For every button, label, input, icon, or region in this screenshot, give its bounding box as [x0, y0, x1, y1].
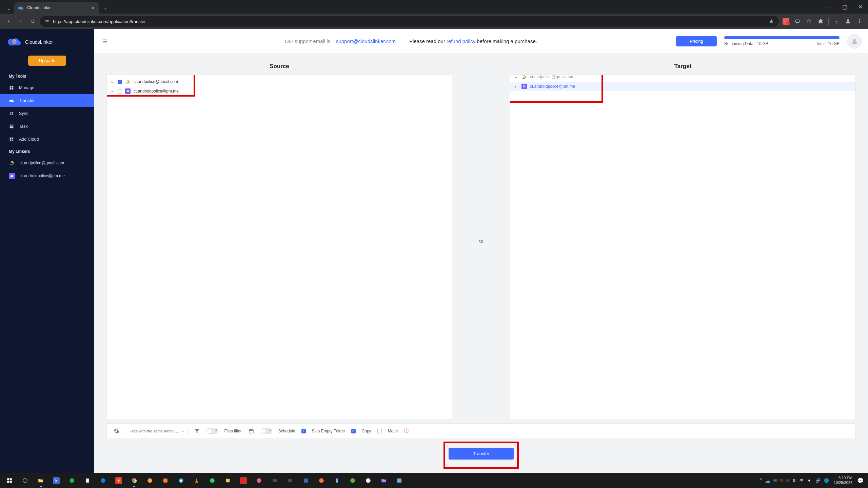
tab-search-dropdown[interactable]: [5, 5, 13, 14]
tray-cloud-icon[interactable]: ☁: [765, 477, 770, 484]
taskbar-app-firefox[interactable]: [314, 474, 329, 487]
nav-add-cloud-label: Add Cloud: [19, 137, 39, 142]
options-bar: Files with the same name. ... off Files …: [106, 423, 856, 439]
samename-select[interactable]: Files with the same name. ...: [126, 427, 188, 435]
taskbar-app-2[interactable]: ⚡: [111, 474, 126, 487]
nav-add-cloud[interactable]: Add Cloud: [0, 133, 94, 146]
svg-rect-27: [336, 479, 338, 483]
taskbar-app-11[interactable]: [330, 474, 344, 487]
taskbar-app-7[interactable]: [252, 474, 267, 487]
kebab-menu-icon[interactable]: [854, 16, 865, 26]
caret-icon[interactable]: ▸: [515, 85, 518, 88]
reload-button[interactable]: [28, 16, 38, 26]
tray-lang-icon[interactable]: 🌐: [824, 478, 829, 483]
taskbar-app-1[interactable]: k: [49, 474, 64, 487]
tray-wifi-icon[interactable]: [799, 478, 804, 483]
gdrive-icon: [9, 160, 15, 166]
transfer-button[interactable]: Transfer: [449, 448, 514, 460]
pricing-button[interactable]: Pricing: [676, 36, 717, 46]
files-filter-toggle[interactable]: off: [206, 428, 218, 434]
taskbar-clock[interactable]: 5:19 PM 10/28/2024: [832, 476, 854, 485]
source-row-label: ct.andpolice@gmail.com: [134, 79, 178, 84]
browser-titlebar: CloudsLinker ✕ ＋ — ▢ ✕: [0, 0, 868, 14]
taskbar-app-6[interactable]: [236, 474, 251, 487]
nav-task[interactable]: Task: [0, 120, 94, 133]
taskbar-app-chrome[interactable]: [127, 474, 142, 487]
taskbar-app-10[interactable]: [298, 474, 313, 487]
extension-badge[interactable]: [781, 16, 791, 26]
skip-empty-checkbox[interactable]: [301, 429, 306, 433]
schedule-toggle[interactable]: off: [261, 428, 272, 434]
move-checkbox[interactable]: [377, 429, 382, 433]
sidebar-toggle-icon[interactable]: [100, 37, 109, 46]
tray-link-icon[interactable]: 🔗: [815, 478, 821, 483]
forward-button[interactable]: [16, 16, 26, 26]
svg-rect-9: [249, 429, 253, 433]
tray-chevron-up-icon[interactable]: ˄: [760, 477, 762, 484]
info-warning-icon[interactable]: ⓘ: [404, 428, 409, 434]
settings-gear-icon[interactable]: [113, 428, 120, 434]
refund-policy-link[interactable]: refund policy: [447, 38, 475, 44]
taskbar-app-8[interactable]: [267, 474, 282, 487]
bookmark-star-icon[interactable]: [769, 19, 774, 24]
taskbar-app-4[interactable]: [158, 474, 173, 487]
brand[interactable]: CloudsLinker: [0, 29, 94, 54]
extensions-puzzle-icon[interactable]: [815, 16, 826, 26]
target-tree-row-gdrive[interactable]: ▸ ct.andpolice@gmail.com: [510, 75, 855, 82]
taskbar-app-cortana[interactable]: [18, 474, 33, 487]
taskbar-app-3[interactable]: [142, 474, 157, 487]
user-avatar[interactable]: [847, 34, 862, 49]
tray-icon-1[interactable]: ⇅: [792, 478, 796, 483]
taskbar-app-whatsapp[interactable]: [205, 474, 220, 487]
task-icon: [9, 124, 14, 129]
caret-icon[interactable]: ▸: [112, 80, 115, 84]
taskbar-app-vlc[interactable]: [189, 474, 204, 487]
taskbar-app-15[interactable]: [392, 474, 407, 487]
source-tree-row-proton[interactable]: ▸ ct.androidpolice@pm.me: [107, 86, 452, 96]
back-button[interactable]: [3, 16, 14, 26]
nav-sync[interactable]: Sync: [0, 107, 94, 120]
tab-close-icon[interactable]: ✕: [91, 5, 95, 11]
taskbar-app-notepad[interactable]: [80, 474, 95, 487]
linker-proton[interactable]: ct.androidpolice@pm.me: [0, 169, 94, 182]
copy-checkbox[interactable]: [351, 429, 356, 433]
new-tab-button[interactable]: ＋: [101, 4, 111, 14]
browser-tab-active[interactable]: CloudsLinker ✕: [14, 2, 99, 14]
caret-icon[interactable]: ▸: [515, 75, 518, 79]
upgrade-button[interactable]: Upgrade: [28, 56, 66, 66]
nav-manage[interactable]: Manage: [0, 81, 94, 94]
extension-tv-icon[interactable]: [792, 16, 803, 26]
profile-icon[interactable]: [843, 16, 853, 26]
taskbar-app-12[interactable]: [345, 474, 360, 487]
window-close-button[interactable]: ✕: [852, 0, 868, 14]
url-text: https://app.cloudslinker.com/application…: [53, 19, 146, 24]
taskbar-app-9[interactable]: [283, 474, 298, 487]
tray-volume-icon[interactable]: [807, 478, 812, 483]
checkbox[interactable]: [118, 80, 122, 84]
taskbar-app-messenger[interactable]: [96, 474, 111, 487]
taskbar-app-explorer[interactable]: [33, 474, 48, 487]
taskbar-app-14[interactable]: [376, 474, 391, 487]
window-maximize-button[interactable]: ▢: [837, 0, 852, 14]
checkbox[interactable]: [118, 89, 122, 94]
tray-notifications-icon[interactable]: 💬: [857, 477, 864, 484]
start-button[interactable]: [2, 474, 17, 487]
support-email-link[interactable]: support@cloudslinker.com: [336, 38, 396, 44]
site-info-icon[interactable]: [45, 19, 50, 24]
downloads-icon[interactable]: [831, 16, 842, 26]
address-bar[interactable]: https://app.cloudslinker.com/application…: [40, 16, 779, 27]
taskbar-app-telegram[interactable]: [174, 474, 189, 487]
taskbar-app-5[interactable]: [220, 474, 235, 487]
window-minimize-button[interactable]: —: [821, 0, 837, 14]
caret-icon[interactable]: ▸: [112, 89, 115, 93]
extension-block-icon[interactable]: [804, 16, 814, 26]
linker-gdrive[interactable]: ct.andpolice@gmail.com: [0, 157, 94, 169]
target-tree-row-proton[interactable]: ▸ ct.androidpolice@pm.me: [510, 82, 855, 91]
source-tree-row-gdrive[interactable]: ▸ ct.andpolice@gmail.com: [107, 77, 452, 86]
nav-transfer[interactable]: Transfer: [0, 94, 94, 107]
taskbar-app-13[interactable]: [361, 474, 376, 487]
taskbar-app-spotify[interactable]: [64, 474, 79, 487]
calendar-icon[interactable]: [248, 428, 255, 434]
tray-temperature[interactable]: 46 48 55: [773, 479, 790, 483]
filter-funnel-icon[interactable]: [194, 428, 200, 434]
